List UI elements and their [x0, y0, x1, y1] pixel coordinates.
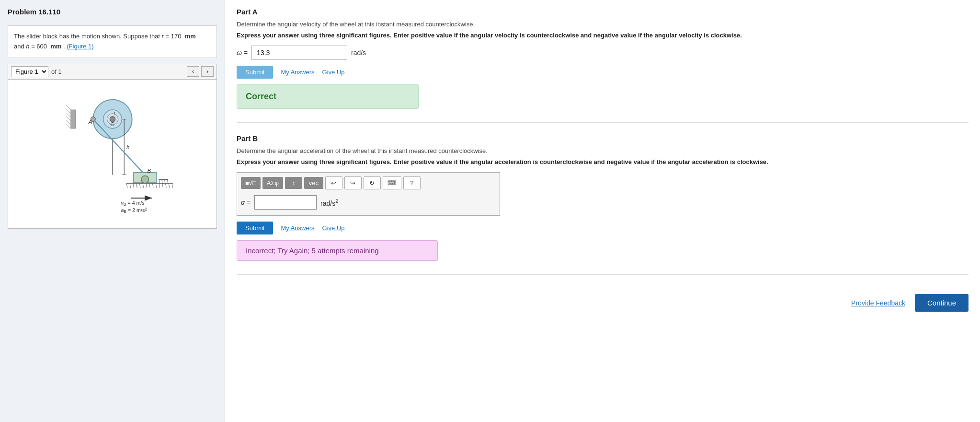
svg-line-19: [126, 183, 127, 188]
alpha-input[interactable]: [254, 195, 317, 210]
svg-line-31: [165, 183, 166, 188]
aB-label: aB = 2 m/s2: [121, 207, 147, 214]
reset-btn[interactable]: ↻: [364, 176, 381, 189]
svg-line-20: [129, 183, 130, 188]
svg-line-38: [66, 116, 71, 121]
part-a-actions: Submit My Answers Give Up: [237, 66, 969, 79]
continue-btn[interactable]: Continue: [915, 294, 969, 312]
omega-label: ω =: [237, 49, 248, 57]
figure-select[interactable]: Figure 1: [11, 66, 48, 77]
part-b-instruction: Determine the angular acceleration of th…: [237, 147, 969, 154]
C-label: C: [110, 121, 114, 127]
part-a-unit: rad/s: [351, 49, 366, 57]
matrix-btn[interactable]: ■√□: [241, 177, 261, 189]
r-label: r: [114, 109, 115, 115]
svg-line-24: [142, 183, 143, 188]
part-a-section: Part A Determine the angular velocity of…: [237, 8, 969, 123]
undo-btn[interactable]: ↩: [325, 176, 342, 189]
part-b-submit-btn[interactable]: Submit: [237, 222, 273, 234]
math-toolbar: ■√□ ΑΣφ ↕ vec ↩ ↪ ↻ ⌨ ?: [241, 176, 496, 189]
part-a-submit-btn[interactable]: Submit: [237, 66, 273, 79]
svg-line-37: [66, 112, 71, 117]
h-label: h: [126, 144, 129, 150]
part-b-actions: Submit My Answers Give Up: [237, 222, 969, 234]
part-a-my-answers-btn[interactable]: My Answers: [281, 69, 314, 76]
part-b-give-up-btn[interactable]: Give Up: [322, 224, 345, 232]
math-toolbar-wrapper: ■√□ ΑΣφ ↕ vec ↩ ↪ ↻ ⌨ ? α = rad/s2: [237, 172, 500, 216]
vec-btn[interactable]: vec: [304, 177, 323, 189]
part-a-instruction-bold: Express your answer using three signific…: [237, 32, 969, 39]
figure-diagram: r A C h: [50, 82, 175, 226]
part-b-section: Part B Determine the angular acceleratio…: [237, 134, 969, 275]
description-text: The slider block has the motion shown. S…: [14, 33, 196, 50]
redo-btn[interactable]: ↪: [344, 176, 362, 189]
svg-line-28: [156, 183, 157, 188]
right-panel: Part A Determine the angular velocity of…: [225, 0, 980, 422]
part-a-answer-row: ω = rad/s: [237, 46, 969, 60]
B-label: B: [147, 167, 151, 173]
svg-point-10: [141, 176, 148, 183]
part-b-title: Part B: [237, 134, 969, 142]
incorrect-banner: Incorrect; Try Again; 5 attempts remaini…: [237, 240, 438, 261]
svg-point-41: [91, 117, 95, 121]
vB-label: vB = 4 m/s: [121, 200, 144, 207]
part-a-give-up-btn[interactable]: Give Up: [322, 69, 345, 76]
help-btn[interactable]: ?: [403, 176, 421, 189]
problem-description: The slider block has the motion shown. S…: [8, 25, 217, 58]
provide-feedback-btn[interactable]: Provide Feedback: [851, 299, 905, 307]
svg-line-40: [66, 124, 71, 129]
correct-banner: Correct: [237, 84, 419, 109]
alpha-input-row: α = rad/s2: [241, 193, 496, 211]
svg-line-27: [152, 183, 153, 188]
greek-btn[interactable]: ΑΣφ: [262, 177, 283, 189]
figure-next-btn[interactable]: ›: [201, 66, 214, 77]
part-b-my-answers-btn[interactable]: My Answers: [281, 224, 314, 232]
problem-title: Problem 16.110: [8, 8, 217, 16]
figure-nav: ‹ ›: [187, 66, 214, 77]
alpha-label: α =: [241, 199, 251, 206]
figure-image: r A C h: [8, 80, 217, 228]
footer-row: Provide Feedback Continue: [237, 289, 969, 312]
svg-rect-34: [70, 110, 75, 129]
omega-input[interactable]: [251, 46, 347, 60]
svg-line-39: [66, 120, 71, 125]
svg-line-26: [149, 183, 150, 188]
figure-of-label: of 1: [51, 68, 62, 75]
svg-line-22: [136, 183, 137, 188]
part-a-title: Part A: [237, 8, 969, 16]
figure-header: Figure 1 of 1 ‹ ›: [8, 64, 217, 80]
svg-line-25: [146, 183, 147, 188]
svg-line-35: [66, 105, 71, 110]
part-b-instruction-bold: Express your answer using three signific…: [237, 158, 969, 165]
svg-line-33: [171, 183, 172, 188]
arrows-btn[interactable]: ↕: [285, 177, 302, 189]
svg-line-21: [133, 183, 134, 188]
part-b-unit: rad/s2: [320, 198, 339, 207]
svg-line-36: [66, 109, 71, 114]
figure-container: Figure 1 of 1 ‹ › r A C: [8, 64, 217, 229]
svg-line-32: [169, 183, 170, 188]
keyboard-btn[interactable]: ⌨: [383, 176, 401, 189]
figure-link[interactable]: (Figure 1): [67, 43, 93, 50]
svg-line-23: [139, 183, 140, 188]
part-a-instruction: Determine the angular velocity of the wh…: [237, 21, 969, 28]
left-panel: Problem 16.110 The slider block has the …: [0, 0, 225, 422]
figure-prev-btn[interactable]: ‹: [187, 66, 199, 77]
